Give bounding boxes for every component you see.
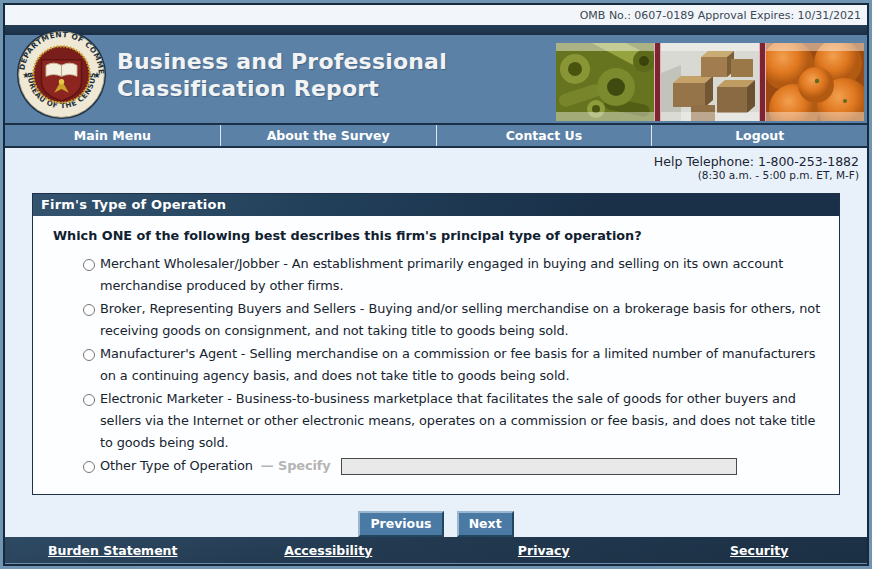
omb-notice: OMB No.: 0607-0189 Approval Expires: 10/…	[580, 9, 861, 22]
help-telephone: Help Telephone: 1-800-253-1882	[5, 154, 859, 169]
bottom-strip	[5, 563, 867, 566]
option-broker[interactable]: Broker, Representing Buyers and Sellers …	[83, 298, 829, 342]
next-button[interactable]: Next	[457, 511, 514, 537]
specify-input[interactable]	[341, 458, 737, 475]
header-top-strip	[5, 26, 867, 35]
nav-contact-us[interactable]: Contact Us	[437, 125, 653, 146]
help-block: Help Telephone: 1-800-253-1882 (8:30 a.m…	[5, 148, 867, 181]
nav-main-menu[interactable]: Main Menu	[5, 125, 221, 146]
option-label: Broker, Representing Buyers and Sellers …	[100, 298, 829, 342]
previous-button[interactable]: Previous	[358, 511, 443, 537]
option-other-type[interactable]: Other Type of Operation — Specify	[83, 455, 829, 477]
app-title: Business and Professional Classification…	[117, 48, 447, 102]
header-photo-strip	[556, 43, 864, 121]
other-type-label: Other Type of Operation	[100, 458, 253, 473]
option-label: Electronic Marketer - Business-to-busine…	[100, 388, 829, 454]
option-label: Other Type of Operation — Specify	[100, 455, 737, 477]
footer-burden-statement-link[interactable]: Burden Statement	[5, 543, 221, 558]
nav-about-the-survey[interactable]: About the Survey	[221, 125, 437, 146]
other-type-radio[interactable]	[83, 461, 95, 473]
option-merchant-wholesaler[interactable]: Merchant Wholesaler/Jobber - An establis…	[83, 253, 829, 297]
panel-title: Firm's Type of Operation	[33, 194, 839, 216]
nav-logout[interactable]: Logout	[652, 125, 867, 146]
app-title-line1: Business and Professional	[117, 48, 447, 75]
footer-accessibility-link[interactable]: Accessibility	[221, 543, 437, 558]
oranges-photo	[766, 43, 864, 121]
app-title-line2: Classification Report	[117, 75, 447, 102]
footer: Burden Statement Accessibility Privacy S…	[5, 537, 867, 563]
photo-separator	[759, 43, 766, 121]
help-hours: (8:30 a.m. - 5:00 p.m. ET, M-F)	[5, 169, 859, 181]
page-frame: OMB No.: 0607-0189 Approval Expires: 10/…	[0, 0, 872, 569]
firm-type-panel: Firm's Type of Operation Which ONE of th…	[32, 193, 840, 495]
button-row: Previous Next	[5, 511, 867, 537]
broker-radio[interactable]	[83, 304, 95, 316]
panel-body: Which ONE of the following best describe…	[33, 216, 839, 494]
manufacturers-agent-radio[interactable]	[83, 349, 95, 361]
header: U.S. DEPARTMENT OF COMMERCE BUREAU OF TH…	[5, 26, 867, 123]
merchant-wholesaler-radio[interactable]	[83, 259, 95, 271]
svg-text:★: ★	[93, 70, 100, 80]
page: OMB No.: 0607-0189 Approval Expires: 10/…	[3, 3, 869, 566]
svg-text:★: ★	[22, 70, 29, 80]
question-text: Which ONE of the following best describe…	[53, 228, 829, 243]
footer-security-link[interactable]: Security	[652, 543, 868, 558]
option-label: Merchant Wholesaler/Jobber - An establis…	[100, 253, 829, 297]
option-manufacturers-agent[interactable]: Manufacturer's Agent - Selling merchandi…	[83, 343, 829, 387]
photo-separator	[654, 43, 661, 121]
omb-bar: OMB No.: 0607-0189 Approval Expires: 10/…	[5, 5, 867, 26]
census-bureau-seal-logo: U.S. DEPARTMENT OF COMMERCE BUREAU OF TH…	[16, 29, 107, 120]
main-nav: Main Menu About the Survey Contact Us Lo…	[5, 123, 867, 148]
specify-label: — Specify	[261, 458, 331, 473]
content-area: Help Telephone: 1-800-253-1882 (8:30 a.m…	[5, 148, 867, 537]
shipping-boxes-photo	[661, 43, 759, 121]
option-electronic-marketer[interactable]: Electronic Marketer - Business-to-busine…	[83, 388, 829, 454]
footer-privacy-link[interactable]: Privacy	[436, 543, 652, 558]
option-label: Manufacturer's Agent - Selling merchandi…	[100, 343, 829, 387]
electronic-marketer-radio[interactable]	[83, 394, 95, 406]
machine-parts-photo	[556, 43, 654, 121]
